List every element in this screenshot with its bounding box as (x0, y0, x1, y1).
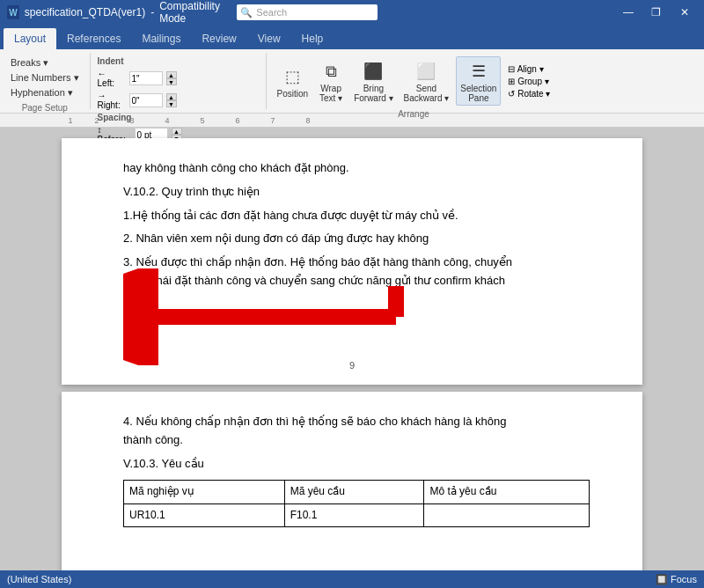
table-header-ma-yeu-cau: Mã yêu cầu (284, 481, 424, 503)
ribbon: Layout References Mailings Review View H… (0, 25, 704, 114)
wrap-text-icon: ⧉ (319, 59, 343, 84)
status-language: (United States) (7, 574, 71, 584)
title-mode: Compatibility Mode (159, 0, 237, 25)
tab-view[interactable]: View (247, 28, 291, 49)
bring-forward-button[interactable]: ⬛ BringForward ▾ (350, 57, 396, 105)
line-numbers-button[interactable]: Line Numbers ▾ (7, 71, 83, 85)
page1-section-title: V.10.2. Quy trình thực hiện (123, 183, 590, 202)
tab-references[interactable]: References (56, 28, 131, 49)
search-box[interactable]: 🔍 Search (237, 4, 378, 20)
table-cell-ur101: UR10.1 (124, 503, 285, 526)
restore-button[interactable]: ❐ (644, 0, 669, 25)
page-number-1: 9 (349, 358, 355, 374)
requirements-table: Mã nghiệp vụ Mã yêu cầu Mô tả yêu cầu UR… (123, 480, 590, 526)
title-bar-left: W specification_QTDA(ver1) - Compatibili… (7, 0, 237, 25)
focus-icon: 🔲 (656, 574, 668, 584)
indent-right-label: → Right: (98, 91, 126, 110)
table-cell-desc (424, 503, 590, 526)
pages-container: hay không thành công cho khách đặt phòng… (0, 128, 704, 571)
title-bar-center: 🔍 Search (237, 4, 466, 20)
title-bar: W specification_QTDA(ver1) - Compatibili… (0, 0, 704, 25)
tab-layout[interactable]: Layout (4, 28, 56, 49)
wrap-text-label: WrapText ▾ (319, 84, 342, 103)
selection-pane-label: SelectionPane (460, 84, 496, 103)
spin-up-right[interactable]: ▲ (166, 93, 177, 100)
status-right: 🔲 Focus (656, 574, 697, 585)
paragraph-group: Indent ← Left: ▲ ▼ → Right: ▲ ▼ (91, 53, 267, 109)
indent-right-input[interactable] (129, 93, 163, 107)
selection-pane-button[interactable]: ☰ SelectionPane (456, 56, 501, 106)
table-cell-f101: F10.1 (284, 503, 424, 526)
title-bar-controls: — ❐ ✕ (467, 0, 697, 25)
rotate-button[interactable]: ↺ Rotate ▾ (504, 88, 554, 99)
spacing-label: Spacing (98, 113, 132, 122)
position-icon: ⬚ (280, 64, 304, 89)
indent-right-spin[interactable]: ▲ ▼ (166, 93, 177, 107)
spin-up[interactable]: ▲ (166, 71, 177, 78)
position-button[interactable]: ⬚ Position (274, 62, 312, 100)
indent-left-spin[interactable]: ▲ ▼ (166, 71, 177, 85)
page1-item1: 1.Hệ thống tải các đơn đặt hàng chưa đượ… (123, 207, 590, 225)
breaks-button[interactable]: Breaks ▾ (7, 56, 52, 70)
arrange-controls: ⬚ Position ⧉ WrapText ▾ ⬛ BringForward ▾… (274, 53, 554, 109)
send-backward-icon: ⬜ (414, 59, 438, 84)
indent-left-row: ← Left: ▲ ▼ (98, 69, 177, 88)
page1-item2: 2. Nhân viên xem nội dung đơn có đáp ứng… (123, 230, 590, 248)
send-backward-label: SendBackward ▾ (404, 84, 450, 103)
status-bar: (United States) 🔲 Focus (0, 570, 704, 588)
spin-up-before[interactable]: ▲ (172, 128, 182, 135)
indent-label: Indent (98, 56, 124, 66)
page-setup-group: Breaks ▾ Line Numbers ▾ Hyphenation ▾ Pa… (0, 53, 91, 109)
page-2: 4. Nếu không chấp nhận đơn thì hệ thống … (62, 392, 642, 571)
ribbon-tabs: Layout References Mailings Review View H… (0, 25, 704, 49)
page-setup-controls: Breaks ▾ Line Numbers ▾ Hyphenation ▾ (7, 53, 83, 103)
spin-down-right[interactable]: ▼ (166, 100, 177, 107)
tab-help[interactable]: Help (291, 28, 334, 49)
indent-left-input[interactable] (129, 71, 163, 85)
red-arrow (123, 268, 405, 365)
tab-review[interactable]: Review (191, 28, 246, 49)
tab-mailings[interactable]: Mailings (131, 28, 191, 49)
page-setup-label: Page Setup (22, 103, 68, 114)
word-icon: W (7, 5, 19, 19)
indent-right-row: → Right: ▲ ▼ (98, 91, 177, 110)
indent-left-label: ← Left: (98, 69, 126, 88)
close-button[interactable]: ✕ (672, 0, 697, 25)
page-1: hay không thành công cho khách đặt phòng… (62, 138, 642, 385)
spin-down[interactable]: ▼ (166, 78, 177, 85)
align-button[interactable]: ⊟ Align ▾ (504, 63, 554, 75)
title-separator: - (150, 6, 154, 18)
send-backward-button[interactable]: ⬜ SendBackward ▾ (400, 57, 453, 105)
align-group-col: ⊟ Align ▾ ⊞ Group ▾ ↺ Rotate ▾ (504, 63, 554, 99)
selection-pane-icon: ☰ (466, 59, 491, 84)
group-button[interactable]: ⊞ Group ▾ (504, 76, 554, 87)
wrap-text-button[interactable]: ⧉ WrapText ▾ (315, 57, 347, 105)
minimize-button[interactable]: — (616, 0, 641, 25)
ribbon-content: Breaks ▾ Line Numbers ▾ Hyphenation ▾ Pa… (0, 49, 704, 113)
table-header-ma-nghiep-vu: Mã nghiệp vụ (124, 481, 285, 503)
hyphenation-button[interactable]: Hyphenation ▾ (7, 86, 77, 99)
page2-item4: 4. Nếu không chấp nhận đơn thì hệ thống … (123, 413, 590, 450)
title-filename: specification_QTDA(ver1) (25, 6, 145, 18)
arrange-group: ⬚ Position ⧉ WrapText ▾ ⬛ BringForward ▾… (267, 53, 561, 109)
page2-section-title: V.10.3. Yêu cầu (123, 455, 590, 474)
table-header-mo-ta: Mô tả yêu cầu (424, 481, 590, 503)
focus-label[interactable]: 🔲 Focus (656, 574, 697, 585)
bring-forward-label: BringForward ▾ (354, 84, 392, 103)
table-row: UR10.1 F10.1 (124, 503, 590, 526)
arrange-group-label: Arrange (398, 109, 429, 121)
page1-line1: hay không thành công cho khách đặt phòng… (123, 159, 590, 178)
position-label: Position (277, 89, 309, 99)
bring-forward-icon: ⬛ (361, 59, 385, 84)
